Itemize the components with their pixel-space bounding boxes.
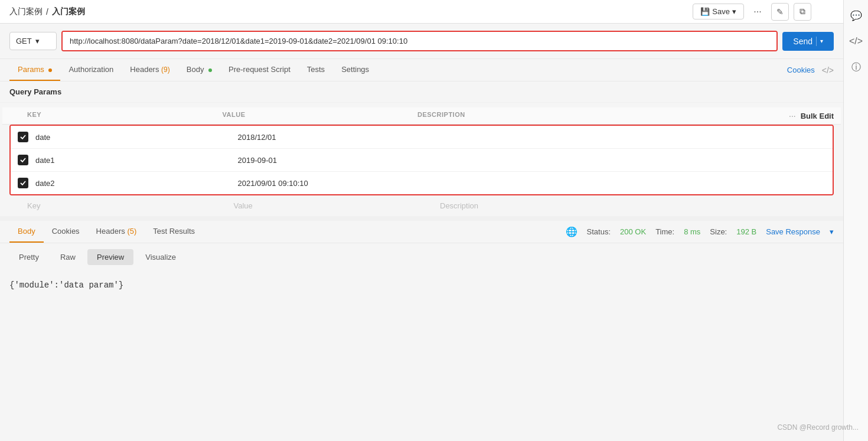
response-tab-cookies[interactable]: Cookies bbox=[44, 221, 88, 243]
col-header-description: DESCRIPTION bbox=[408, 111, 789, 120]
param-checkbox-1[interactable] bbox=[18, 132, 28, 142]
tab-tests[interactable]: Tests bbox=[299, 59, 333, 81]
query-params-title: Query Params bbox=[0, 81, 843, 103]
empty-param-row: Key Value Description bbox=[2, 195, 841, 216]
table-more-icon[interactable]: ··· bbox=[789, 111, 796, 120]
param-key-3[interactable]: date2 bbox=[35, 179, 229, 188]
method-label: GET bbox=[16, 37, 32, 45]
tab-headers[interactable]: Headers (9) bbox=[122, 59, 178, 81]
table-row: date2 2021/09/01 09:10:10 bbox=[11, 172, 833, 194]
param-value-2[interactable]: 2019-09-01 bbox=[229, 156, 431, 165]
info-icon[interactable]: ⓘ bbox=[846, 57, 867, 78]
globe-icon: 🌐 bbox=[566, 226, 577, 237]
response-body: {'module':'data param'} bbox=[0, 271, 843, 299]
empty-desc-placeholder[interactable]: Description bbox=[430, 201, 834, 210]
save-response-button[interactable]: Save Response bbox=[766, 227, 820, 236]
send-chevron-icon: ▾ bbox=[820, 38, 823, 44]
param-key-2[interactable]: date1 bbox=[35, 156, 229, 165]
response-tab-body[interactable]: Body bbox=[9, 221, 44, 243]
save-button[interactable]: 💾 Save ▾ bbox=[693, 4, 744, 19]
view-tab-visualize[interactable]: Visualize bbox=[136, 249, 185, 265]
tab-settings[interactable]: Settings bbox=[333, 59, 377, 81]
tab-prerequest[interactable]: Pre-request Script bbox=[220, 59, 299, 81]
view-tab-pretty[interactable]: Pretty bbox=[9, 249, 48, 265]
param-value-3[interactable]: 2021/09/01 09:10:10 bbox=[229, 179, 431, 188]
comment-icon[interactable]: 💬 bbox=[846, 5, 867, 26]
view-tab-raw[interactable]: Raw bbox=[51, 249, 85, 265]
param-key-1[interactable]: date bbox=[35, 133, 229, 142]
method-selector[interactable]: GET ▾ bbox=[9, 32, 57, 50]
bulk-edit-button[interactable]: Bulk Edit bbox=[801, 112, 834, 120]
params-dot bbox=[48, 68, 52, 72]
doc-button[interactable] bbox=[816, 3, 834, 21]
breadcrumb-separator: / bbox=[46, 7, 48, 17]
response-tabs: Body Cookies Headers (5) Test Results 🌐 … bbox=[0, 221, 843, 243]
breadcrumb: 入门案例 / 入门案例 bbox=[9, 6, 85, 17]
col-header-key: KEY bbox=[9, 111, 213, 120]
param-checkbox-3[interactable] bbox=[18, 178, 28, 188]
code-icon[interactable]: </> bbox=[846, 31, 867, 52]
tab-params[interactable]: Params bbox=[9, 59, 60, 81]
table-header: KEY VALUE DESCRIPTION ··· Bulk Edit bbox=[2, 107, 841, 125]
request-tabs: Params Authorization Headers (9) Body Pr… bbox=[0, 59, 843, 81]
url-input-wrapper bbox=[61, 31, 778, 51]
breadcrumb-parent: 入门案例 bbox=[9, 6, 43, 17]
table-row: date 2018/12/01 bbox=[11, 126, 833, 149]
params-area: KEY VALUE DESCRIPTION ··· Bulk Edit date… bbox=[0, 103, 843, 216]
param-value-1[interactable]: 2018/12/01 bbox=[229, 133, 431, 142]
response-tab-headers[interactable]: Headers (5) bbox=[88, 221, 145, 243]
view-tab-preview[interactable]: Preview bbox=[87, 249, 133, 265]
top-actions: 💾 Save ▾ ··· ✎ ⧉ bbox=[693, 3, 834, 21]
send-button[interactable]: Send ▾ bbox=[782, 32, 834, 51]
params-table-outlined: date 2018/12/01 date1 2019-09-01 bbox=[9, 125, 834, 195]
col-header-value: VALUE bbox=[213, 111, 409, 120]
status-bar: 🌐 Status: 200 OK Time: 8 ms Size: 192 B … bbox=[566, 226, 834, 237]
url-bar: GET ▾ Send ▾ bbox=[0, 24, 843, 59]
method-chevron-icon: ▾ bbox=[35, 37, 40, 45]
tab-authorization[interactable]: Authorization bbox=[60, 59, 122, 81]
response-section: Body Cookies Headers (5) Test Results 🌐 … bbox=[0, 216, 843, 299]
table-row: date1 2019-09-01 bbox=[11, 149, 833, 172]
save-chevron-icon: ▾ bbox=[732, 7, 736, 16]
tab-body[interactable]: Body bbox=[178, 59, 220, 81]
send-divider bbox=[816, 37, 817, 46]
save-response-chevron-icon[interactable]: ▾ bbox=[830, 227, 834, 236]
response-body-text: {'module':'data param'} bbox=[9, 280, 123, 290]
breadcrumb-current: 入门案例 bbox=[52, 6, 85, 17]
param-checkbox-2[interactable] bbox=[18, 155, 28, 165]
view-tabs: Pretty Raw Preview Visualize bbox=[0, 243, 843, 271]
table-actions: ··· Bulk Edit bbox=[789, 111, 834, 120]
code-view-icon[interactable]: </> bbox=[822, 66, 834, 75]
copy-button[interactable]: ⧉ bbox=[794, 3, 811, 21]
more-options-button[interactable]: ··· bbox=[749, 3, 766, 21]
response-tab-testresults[interactable]: Test Results bbox=[145, 221, 203, 243]
empty-value-placeholder[interactable]: Value bbox=[224, 201, 431, 210]
cookies-link[interactable]: Cookies bbox=[787, 60, 815, 80]
save-icon: 💾 bbox=[700, 7, 710, 16]
empty-key-placeholder[interactable]: Key bbox=[9, 201, 224, 210]
edit-button[interactable]: ✎ bbox=[771, 3, 789, 21]
body-dot bbox=[208, 68, 212, 72]
url-input[interactable] bbox=[63, 32, 776, 50]
top-bar: 入门案例 / 入门案例 💾 Save ▾ ··· ✎ ⧉ bbox=[0, 0, 843, 24]
